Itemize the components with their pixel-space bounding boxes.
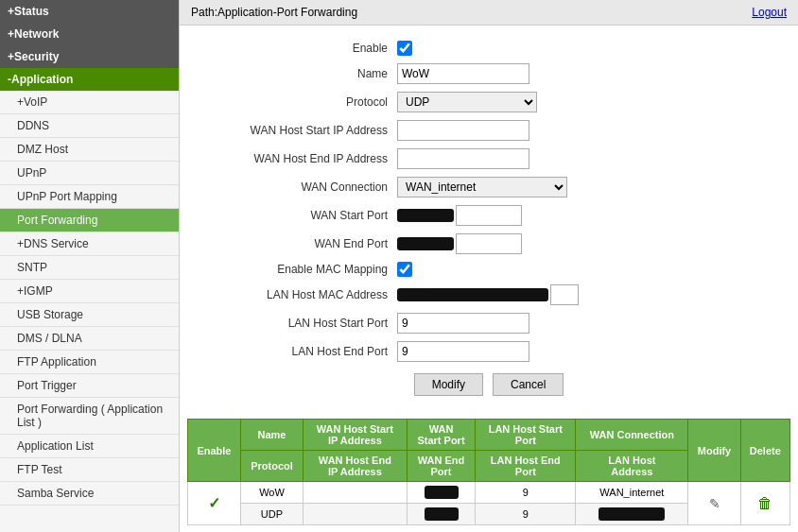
sidebar-item-application[interactable]: -Application — [0, 68, 179, 91]
td-wan-start-port — [407, 482, 476, 504]
sidebar-item-port-forwarding-applist[interactable]: Port Forwarding ( Application List ) — [0, 398, 179, 435]
protocol-row: Protocol UDP TCP TCP/UDP — [199, 92, 779, 112]
wan-end-port-table-redacted — [425, 507, 459, 521]
wan-host-end-input[interactable] — [397, 148, 529, 169]
th-lan-host-addr: LAN HostAddress — [576, 451, 688, 482]
sidebar-item-usb-storage[interactable]: USB Storage — [0, 303, 179, 327]
lan-end-port-label: LAN Host End Port — [199, 345, 397, 358]
table-area: Enable Name WAN Host StartIP Address WAN… — [180, 419, 798, 532]
td-delete[interactable]: 🗑 — [740, 482, 789, 525]
sidebar-item-ddns[interactable]: DDNS — [0, 114, 179, 138]
th-wan-connection: WAN Connection — [576, 420, 688, 451]
td-modify[interactable]: ✎ — [688, 482, 740, 525]
sidebar-item-status[interactable]: +Status — [0, 0, 179, 23]
cancel-button[interactable]: Cancel — [493, 373, 564, 396]
sidebar-item-upnp[interactable]: UPnP — [0, 162, 179, 185]
enable-check-icon: ✓ — [208, 495, 220, 511]
sidebar-item-dmz-host[interactable]: DMZ Host — [0, 138, 179, 162]
lan-mac-input[interactable] — [550, 284, 579, 305]
td-wan-host-end — [304, 504, 408, 525]
sidebar-item-dns-service[interactable]: +DNS Service — [0, 232, 179, 256]
th-wan-end-port: WAN EndPort — [407, 451, 476, 482]
th-wan-host-start: WAN Host StartIP Address — [304, 420, 408, 451]
td-enable: ✓ — [188, 482, 241, 525]
wan-start-port-row: WAN Start Port — [199, 205, 779, 226]
th-lan-host-start: LAN Host StartPort — [476, 420, 576, 451]
edit-icon[interactable]: ✎ — [709, 496, 720, 511]
sidebar-item-ftp-application[interactable]: FTP Application — [0, 351, 179, 374]
wan-end-port-redacted — [397, 237, 454, 250]
protocol-select[interactable]: UDP TCP TCP/UDP — [397, 92, 537, 112]
th-protocol: Protocol — [240, 451, 303, 482]
name-row: Name — [199, 63, 779, 84]
td-wan-host-start — [304, 482, 408, 504]
wan-start-port-table-redacted — [425, 486, 459, 499]
th-modify: Modify — [688, 420, 740, 482]
enable-checkbox[interactable] — [397, 41, 412, 56]
sidebar-item-port-trigger[interactable]: Port Trigger — [0, 374, 179, 398]
sidebar: +Status+Network+Security-Application+VoI… — [0, 0, 180, 532]
sidebar-item-application-list[interactable]: Application List — [0, 435, 179, 458]
th-enable: Enable — [188, 420, 241, 482]
td-name: WoW — [240, 482, 303, 504]
lan-mac-row: LAN Host MAC Address — [199, 284, 779, 305]
name-label: Name — [199, 67, 397, 80]
lan-end-port-input[interactable] — [397, 341, 529, 362]
sidebar-item-samba-service[interactable]: Samba Service — [0, 482, 179, 506]
th-wan-host-end: WAN Host EndIP Address — [304, 451, 408, 482]
enable-mac-label: Enable MAC Mapping — [199, 263, 397, 276]
wan-start-port-redacted — [397, 209, 454, 222]
wan-host-start-label: WAN Host Start IP Address — [199, 124, 397, 137]
sidebar-item-sntp[interactable]: SNTP — [0, 256, 179, 280]
trash-icon[interactable]: 🗑 — [757, 495, 772, 511]
th-name: Name — [240, 420, 303, 451]
td-lan-end-port: 9 — [476, 504, 576, 525]
sidebar-item-upnp-port-mapping[interactable]: UPnP Port Mapping — [0, 185, 179, 209]
lan-mac-redacted — [397, 288, 548, 301]
wan-connection-select[interactable]: WAN_internet — [397, 177, 567, 197]
wan-end-port-input[interactable] — [456, 233, 522, 254]
logout-link[interactable]: Logout — [752, 6, 787, 19]
enable-row: Enable — [199, 41, 779, 56]
wan-end-port-label: WAN End Port — [199, 237, 397, 250]
wan-end-port-row: WAN End Port — [199, 233, 779, 254]
topbar: Path:Application-Port Forwarding Logout — [180, 0, 798, 26]
enable-mac-row: Enable MAC Mapping — [199, 262, 779, 277]
td-lan-host-addr — [576, 504, 688, 525]
sidebar-item-voip[interactable]: +VoIP — [0, 91, 179, 114]
table-row: ✓ WoW 9 WAN_internet ✎ 🗑 — [188, 482, 790, 504]
wan-host-start-input[interactable] — [397, 120, 529, 141]
wan-connection-row: WAN Connection WAN_internet — [199, 177, 779, 197]
sidebar-item-port-forwarding[interactable]: Port Forwarding — [0, 209, 179, 232]
sidebar-item-igmp[interactable]: +IGMP — [0, 280, 179, 303]
th-delete: Delete — [740, 420, 789, 482]
lan-start-port-label: LAN Host Start Port — [199, 317, 397, 330]
lan-start-port-row: LAN Host Start Port — [199, 313, 779, 334]
enable-label: Enable — [199, 42, 397, 55]
main-content: Path:Application-Port Forwarding Logout … — [180, 0, 798, 532]
wan-start-port-input[interactable] — [456, 205, 522, 226]
enable-mac-checkbox[interactable] — [397, 262, 412, 277]
port-forwarding-table: Enable Name WAN Host StartIP Address WAN… — [187, 419, 790, 525]
name-input[interactable] — [397, 63, 529, 84]
td-protocol: UDP — [240, 504, 303, 525]
breadcrumb: Path:Application-Port Forwarding — [191, 6, 357, 19]
wan-host-end-row: WAN Host End IP Address — [199, 148, 779, 169]
th-wan-start-port: WANStart Port — [407, 420, 476, 451]
sidebar-item-network[interactable]: +Network — [0, 23, 179, 45]
modify-button[interactable]: Modify — [414, 373, 483, 396]
sidebar-item-security[interactable]: +Security — [0, 45, 179, 68]
button-row: Modify Cancel — [199, 373, 779, 396]
td-wan-end-port — [407, 504, 476, 525]
lan-mac-label: LAN Host MAC Address — [199, 288, 397, 301]
wan-connection-label: WAN Connection — [199, 180, 397, 194]
sidebar-item-ftp-test[interactable]: FTP Test — [0, 458, 179, 482]
lan-end-port-row: LAN Host End Port — [199, 341, 779, 362]
form-area: Enable Name Protocol UDP TCP TCP/UDP WAN… — [180, 26, 798, 419]
td-lan-start-port: 9 — [476, 482, 576, 504]
lan-start-port-input[interactable] — [397, 313, 529, 334]
sidebar-item-dms-dlna[interactable]: DMS / DLNA — [0, 327, 179, 351]
wan-start-port-label: WAN Start Port — [199, 209, 397, 222]
th-lan-host-end: LAN Host EndPort — [476, 451, 576, 482]
wan-host-start-row: WAN Host Start IP Address — [199, 120, 779, 141]
